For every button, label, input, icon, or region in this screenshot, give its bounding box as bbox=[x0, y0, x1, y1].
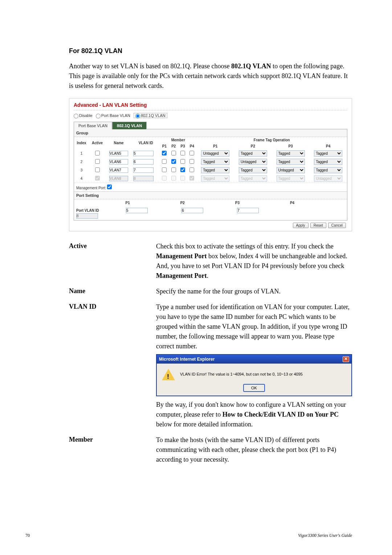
table-row: 3TaggedTaggedUntaggedTagged bbox=[74, 166, 347, 174]
member-p2-checkbox[interactable] bbox=[171, 159, 176, 164]
th-fto-p3: P3 bbox=[272, 143, 310, 149]
def-member-term: Member bbox=[69, 435, 156, 443]
name-input[interactable] bbox=[109, 167, 128, 173]
active-checkbox[interactable] bbox=[95, 151, 100, 155]
member-p1-checkbox[interactable] bbox=[162, 151, 167, 155]
error-dialog-body: VLAN ID Error! The value is 1~4094, but … bbox=[157, 364, 351, 384]
fto-p2-select[interactable]: Tagged bbox=[239, 150, 267, 157]
fto-p4-select[interactable]: Tagged bbox=[314, 150, 342, 157]
fto-p1-select[interactable]: Tagged bbox=[201, 167, 229, 173]
member-p3-checkbox[interactable] bbox=[180, 151, 185, 155]
apply-button[interactable]: Apply bbox=[293, 223, 309, 228]
port-vlanid-p3-input[interactable] bbox=[237, 208, 259, 213]
mode-portbase-text: Port Base VLAN bbox=[101, 113, 130, 118]
name-input[interactable] bbox=[109, 151, 128, 156]
member-p2-checkbox[interactable] bbox=[171, 151, 176, 155]
vlanid-input[interactable] bbox=[133, 159, 154, 165]
def-active-d1: Check this box to activate the settings … bbox=[156, 243, 334, 250]
th-fto: Frame Tag Operation bbox=[196, 137, 347, 143]
active-checkbox bbox=[95, 176, 100, 181]
mode-disable-text: Disable bbox=[79, 113, 93, 118]
error-dialog-footer: OK bbox=[157, 384, 351, 396]
mode-dot1q-radio[interactable] bbox=[135, 114, 140, 118]
port-vlanid-label: Port VLAN ID bbox=[76, 208, 125, 212]
member-p3-checkbox[interactable] bbox=[180, 159, 185, 164]
member-p4-checkbox[interactable] bbox=[189, 151, 194, 155]
fto-p1-select[interactable]: Tagged bbox=[201, 159, 229, 165]
close-icon[interactable]: ✕ bbox=[343, 356, 349, 362]
def-name-term: Name bbox=[69, 287, 156, 295]
fto-p3-select: Tagged bbox=[277, 175, 305, 182]
vlanid-input[interactable] bbox=[133, 167, 154, 173]
vlanid-input[interactable] bbox=[133, 151, 154, 156]
th-vlanid: VLAN ID bbox=[132, 137, 160, 149]
tab-8021q-vlan[interactable]: 802.1Q VLAN bbox=[112, 122, 147, 129]
intro-paragraph: Another way to set VLAN is based on 802.… bbox=[69, 61, 352, 91]
def-vlanid-d2c: below for more detailed information. bbox=[156, 421, 253, 428]
group-header: Group bbox=[74, 129, 347, 137]
fto-p1-select[interactable]: Untagged bbox=[201, 150, 229, 157]
definitions: Active Check this box to activate the se… bbox=[69, 242, 352, 465]
vlanid-input bbox=[133, 176, 154, 181]
mode-disable-label[interactable]: Disable bbox=[74, 113, 93, 118]
member-p3-checkbox bbox=[180, 176, 185, 181]
cell-index: 1 bbox=[74, 149, 89, 158]
tab-body: Group Index Active Name VLAN ID Member F… bbox=[74, 129, 347, 220]
cancel-button[interactable]: Cancel bbox=[328, 223, 346, 228]
member-p2-checkbox[interactable] bbox=[171, 167, 176, 172]
def-member-desc: To make the hosts (with the same VLAN ID… bbox=[156, 435, 352, 465]
fto-p2-select: Tagged bbox=[239, 175, 267, 182]
th-name: Name bbox=[106, 137, 132, 149]
active-checkbox[interactable] bbox=[95, 167, 100, 172]
table-row: 2TaggedUntaggedTaggedTagged bbox=[74, 158, 347, 166]
intro-bold-1: 802.1Q VLAN bbox=[231, 62, 271, 70]
fto-p3-select[interactable]: Tagged bbox=[277, 159, 305, 165]
tab-port-base-vlan[interactable]: Port Base VLAN bbox=[74, 122, 112, 129]
mode-disable-radio[interactable] bbox=[74, 114, 78, 118]
warning-icon bbox=[162, 369, 175, 380]
ps-hdr-p3: P3 bbox=[235, 201, 290, 205]
member-p4-checkbox[interactable] bbox=[189, 159, 194, 164]
name-input[interactable] bbox=[109, 159, 128, 165]
fto-p3-select[interactable]: Untagged bbox=[277, 167, 305, 173]
table-row: 1UntaggedTaggedTaggedTagged bbox=[74, 149, 347, 158]
guide-title: Vigor3300 Series User's Guide bbox=[298, 533, 352, 538]
ps-hdr-p1: P1 bbox=[126, 201, 180, 205]
fto-p2-select[interactable]: Untagged bbox=[239, 159, 267, 165]
mode-dot1q-text: 802.1Q VLAN bbox=[141, 113, 166, 118]
reset-button[interactable]: Reset bbox=[310, 223, 326, 228]
management-port-checkbox[interactable] bbox=[107, 185, 112, 189]
intro-text-1: Another way to set VLAN is based on 802.… bbox=[69, 62, 231, 70]
mode-portbase-label[interactable]: Port Base VLAN bbox=[96, 113, 130, 118]
port-vlanid-p1-input[interactable] bbox=[126, 208, 148, 213]
management-port-label: Management Port: bbox=[76, 186, 106, 190]
error-dialog: Microsoft Internet Explorer ✕ VLAN ID Er… bbox=[156, 354, 352, 397]
member-p1-checkbox[interactable] bbox=[162, 167, 167, 172]
table-row: 4TaggedTaggedTaggedUntagged bbox=[74, 174, 347, 183]
ps-hdr-p4: P4 bbox=[290, 201, 345, 205]
def-active-term: Active bbox=[69, 242, 156, 250]
member-p4-checkbox[interactable] bbox=[189, 167, 194, 172]
cell-index: 3 bbox=[74, 166, 89, 174]
mode-dot1q-label[interactable]: 802.1Q VLAN bbox=[134, 113, 167, 118]
member-p3-checkbox[interactable] bbox=[180, 167, 185, 172]
cell-index: 2 bbox=[74, 158, 89, 166]
fto-p2-select[interactable]: Tagged bbox=[239, 167, 267, 173]
error-dialog-title: Microsoft Internet Explorer bbox=[159, 356, 215, 362]
active-checkbox[interactable] bbox=[95, 159, 100, 164]
mode-portbase-radio[interactable] bbox=[96, 114, 101, 118]
def-name-desc: Specify the name for the four groups of … bbox=[156, 287, 352, 296]
dialog-buttons: Apply Reset Cancel bbox=[74, 220, 347, 228]
page-footer: 70 Vigor3300 Series User's Guide bbox=[25, 533, 352, 538]
fto-p3-select[interactable]: Tagged bbox=[277, 150, 305, 157]
fto-p4-select[interactable]: Tagged bbox=[314, 167, 342, 173]
th-fto-p4: P4 bbox=[309, 143, 347, 149]
fto-p1-select: Tagged bbox=[201, 175, 229, 182]
member-p1-checkbox[interactable] bbox=[162, 159, 167, 164]
panel-title: Advanced - LAN VLAN Setting bbox=[74, 102, 347, 110]
ps-hdr-p2: P2 bbox=[180, 201, 235, 205]
ok-button[interactable]: OK bbox=[243, 384, 265, 392]
def-name: Name Specify the name for the four group… bbox=[69, 287, 352, 296]
port-vlanid-p2-input[interactable] bbox=[181, 208, 203, 213]
fto-p4-select[interactable]: Tagged bbox=[314, 159, 342, 165]
